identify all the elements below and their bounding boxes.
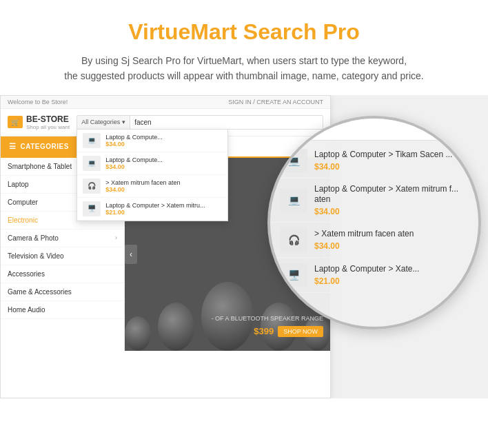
magnify-result-item[interactable]: 💻 Laptop & Computer > Tikam Sacen ... $3… bbox=[270, 143, 478, 179]
banner-prev-button[interactable]: ‹ bbox=[125, 245, 137, 264]
banner-subtitle: - OF A BLUETOOTH SPEAKER RANGE bbox=[212, 315, 323, 322]
logo-text-block: BE-STORE Shop all you want bbox=[26, 114, 70, 130]
store-logo[interactable]: 🛒 BE-STORE Shop all you want bbox=[8, 114, 70, 130]
dropdown-product-price: $34.00 bbox=[105, 141, 222, 147]
speaker-medium bbox=[158, 303, 194, 351]
magnify-product-price: $34.00 bbox=[314, 241, 469, 251]
magnify-product-name: Laptop & Computer > Tikam Sacen ... bbox=[314, 150, 469, 161]
dropdown-item[interactable]: 💻 Laptop & Compute... $34.00 bbox=[77, 130, 227, 152]
categories-label: CATEGORIES bbox=[21, 143, 69, 150]
page-header: VirtueMart Search Pro By using Sj Search… bbox=[0, 0, 488, 95]
magnify-thumb: 🎧 bbox=[280, 228, 307, 252]
page-subtitle: By using Sj Search Pro for VirtueMart, w… bbox=[14, 53, 474, 84]
sidebar-item-games[interactable]: Game & Accessories bbox=[1, 283, 124, 301]
magnify-product-price: $34.00 bbox=[314, 207, 469, 216]
sidebar-item-accessories[interactable]: Accessories bbox=[1, 265, 124, 283]
search-category-label: All Categories bbox=[81, 119, 120, 125]
sidebar-item-home-audio[interactable]: Home Audio bbox=[1, 301, 124, 319]
search-category-dropdown[interactable]: All Categories ▾ bbox=[77, 116, 130, 129]
logo-name: BE-STORE bbox=[26, 114, 70, 124]
hamburger-icon: ☰ bbox=[9, 142, 17, 151]
sidebar-item-camera[interactable]: Camera & Photo › bbox=[1, 230, 124, 247]
shop-now-button[interactable]: SHOP NOW bbox=[278, 326, 323, 337]
dropdown-item[interactable]: 🖥️ Laptop & Computer > Xatem mitru... $2… bbox=[77, 198, 227, 221]
magnify-info: Laptop & Computer > Tikam Sacen ... $34.… bbox=[314, 150, 469, 172]
welcome-text: Welcome to Be Store! bbox=[8, 99, 68, 105]
categories-button[interactable]: ☰ CATEGORIES bbox=[1, 136, 77, 156]
search-bar[interactable]: All Categories ▾ 💻 Laptop & Compute... $… bbox=[77, 115, 323, 130]
banner-price: $399 bbox=[254, 326, 274, 336]
dropdown-info: Laptop & Compute... $34.00 bbox=[105, 134, 222, 147]
magnify-product-name: Laptop & Computer > Xate... bbox=[314, 264, 469, 275]
magnify-info: Laptop & Computer > Xatem mitrum f... at… bbox=[314, 184, 469, 216]
magnify-results: 💻 Laptop & Computer > Tikam Sacen ... $3… bbox=[270, 141, 478, 327]
dropdown-product-name: Laptop & Computer > Xatem mitru... bbox=[105, 202, 222, 209]
dropdown-thumb: 💻 bbox=[83, 133, 101, 148]
dropdown-thumb: 🖥️ bbox=[83, 201, 101, 216]
magnify-product-price: $21.00 bbox=[314, 276, 469, 286]
arrow-icon: › bbox=[115, 234, 117, 241]
dropdown-product-name: Laptop & Compute... bbox=[105, 134, 222, 141]
magnify-result-item[interactable]: 💻 Laptop & Computer > Xatem mitrum f... … bbox=[270, 179, 478, 223]
dropdown-item[interactable]: 🎧 > Xatem mitrum facen aten $34.00 bbox=[77, 175, 227, 198]
sidebar-item-tv[interactable]: Television & Video bbox=[1, 247, 124, 265]
dropdown-product-price: $34.00 bbox=[105, 186, 222, 193]
page-title: VirtueMart Search Pro bbox=[14, 19, 474, 45]
magnify-result-item[interactable]: 🖥️ Laptop & Computer > Xate... $21.00 bbox=[270, 258, 478, 293]
banner-overlay: - OF A BLUETOOTH SPEAKER RANGE $399 SHOP… bbox=[212, 315, 323, 337]
dropdown-thumb: 💻 bbox=[83, 156, 101, 171]
logo-icon: 🛒 bbox=[8, 116, 23, 128]
search-dropdown: 💻 Laptop & Compute... $34.00 💻 Laptop & … bbox=[77, 129, 228, 221]
subtitle-line2: the suggested products will appear with … bbox=[64, 70, 423, 81]
dropdown-arrow-icon: ▾ bbox=[122, 119, 125, 125]
magnify-product-name: > Xatem mitrum facen aten bbox=[314, 229, 469, 240]
dropdown-info: Laptop & Compute... $34.00 bbox=[105, 156, 222, 170]
demo-area: Welcome to Be Store! SIGN IN / CREATE AN… bbox=[0, 95, 488, 398]
signin-link[interactable]: SIGN IN / CREATE AN ACCOUNT bbox=[228, 99, 323, 105]
store-topbar: Welcome to Be Store! SIGN IN / CREATE AN… bbox=[1, 96, 330, 109]
speaker-small bbox=[125, 316, 151, 351]
search-input[interactable] bbox=[130, 116, 323, 129]
dropdown-product-price: $21.00 bbox=[105, 209, 222, 216]
magnify-info: > Xatem mitrum facen aten $34.00 bbox=[314, 229, 469, 251]
magnify-info: Laptop & Computer > Xate... $21.00 bbox=[314, 264, 469, 286]
magnify-thumb: 💻 bbox=[280, 188, 307, 212]
dropdown-product-name: > Xatem mitrum facen aten bbox=[105, 179, 222, 186]
magnify-result-item[interactable]: 🎧 > Xatem mitrum facen aten $34.00 bbox=[270, 223, 478, 258]
dropdown-info: > Xatem mitrum facen aten $34.00 bbox=[105, 179, 222, 193]
logo-tagline: Shop all you want bbox=[26, 124, 70, 130]
subtitle-line1: By using Sj Search Pro for VirtueMart, w… bbox=[81, 55, 407, 66]
dropdown-info: Laptop & Computer > Xatem mitru... $21.0… bbox=[105, 202, 222, 216]
magnify-product-price: $34.00 bbox=[314, 162, 469, 172]
dropdown-product-price: $34.00 bbox=[105, 163, 222, 170]
dropdown-product-name: Laptop & Compute... bbox=[105, 156, 222, 163]
magnify-overlay: facen 💻 Laptop & Computer > Tikam Sacen … bbox=[267, 116, 481, 329]
dropdown-item[interactable]: 💻 Laptop & Compute... $34.00 bbox=[77, 152, 227, 175]
dropdown-thumb: 🎧 bbox=[83, 179, 101, 194]
magnify-product-name: Laptop & Computer > Xatem mitrum f... at… bbox=[314, 184, 469, 205]
store-header: 🛒 BE-STORE Shop all you want All Categor… bbox=[1, 109, 330, 136]
